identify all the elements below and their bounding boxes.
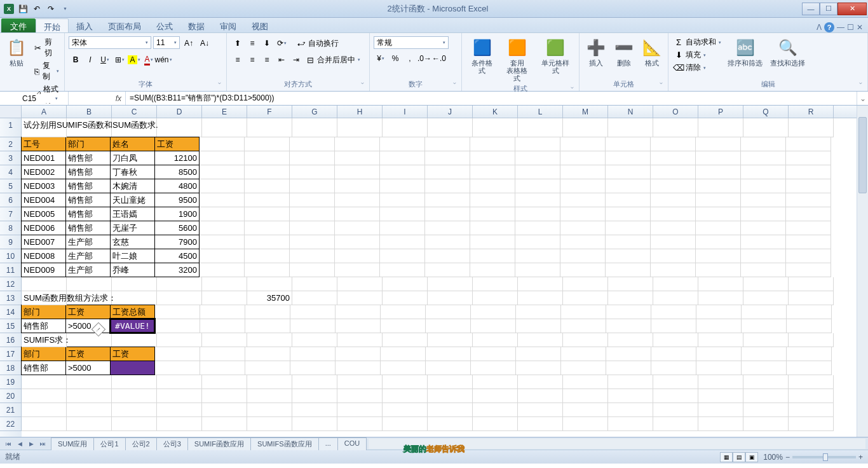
cell-O9[interactable] xyxy=(651,235,696,249)
cell-H17[interactable] xyxy=(336,347,381,361)
cell-K15[interactable] xyxy=(471,319,516,333)
cell-M22[interactable] xyxy=(563,417,608,431)
cell-M18[interactable] xyxy=(561,361,606,375)
cell-P14[interactable] xyxy=(696,305,742,319)
cell-E7[interactable] xyxy=(200,207,245,221)
cell-O18[interactable] xyxy=(651,361,696,375)
cell-C21[interactable] xyxy=(112,403,157,417)
cell-E21[interactable] xyxy=(202,403,247,417)
cell-P21[interactable] xyxy=(698,403,743,417)
cell-A11[interactable]: NED009 xyxy=(21,263,66,277)
border-button[interactable]: ⊞▾ xyxy=(112,53,126,67)
cell-M7[interactable] xyxy=(560,207,606,221)
vertical-scrollbar[interactable] xyxy=(857,106,868,437)
row-header-16[interactable]: 16 xyxy=(0,333,22,347)
sheet-next-button[interactable]: ▶ xyxy=(25,439,37,449)
cell-M17[interactable] xyxy=(561,347,606,361)
cell-R13[interactable] xyxy=(789,291,834,305)
sheet-prev-button[interactable]: ◀ xyxy=(14,439,25,449)
cell-D18[interactable] xyxy=(155,361,200,375)
cell-M12[interactable] xyxy=(563,277,608,291)
sheet-tab-0[interactable]: SUM应用 xyxy=(51,437,94,450)
cell-A8[interactable]: NED006 xyxy=(21,221,66,235)
cell-F14[interactable] xyxy=(245,305,290,319)
cell-I8[interactable] xyxy=(380,221,425,235)
italic-button[interactable]: I xyxy=(83,53,97,67)
cell-R10[interactable] xyxy=(786,249,831,263)
cell-I17[interactable] xyxy=(381,347,426,361)
horizontal-scrollbar[interactable] xyxy=(369,439,865,449)
cell-G9[interactable] xyxy=(290,235,335,249)
cell-B22[interactable] xyxy=(67,417,112,431)
cell-style-button[interactable]: 🟩单元格样式 xyxy=(536,36,575,76)
shrink-font-button[interactable]: A↓ xyxy=(198,36,212,50)
cell-K7[interactable] xyxy=(470,207,515,221)
cell-B6[interactable]: 销售部 xyxy=(65,193,111,207)
cell-C6[interactable]: 天山童姥 xyxy=(110,193,155,207)
cell-M9[interactable] xyxy=(560,235,606,249)
cell-A18[interactable]: 销售部 xyxy=(21,361,66,375)
cell-C3[interactable]: 刀白凤 xyxy=(110,151,155,165)
cell-K2[interactable] xyxy=(470,137,515,151)
cell-P18[interactable] xyxy=(696,361,742,375)
cell-E18[interactable] xyxy=(200,361,245,375)
cell-L5[interactable] xyxy=(515,179,560,193)
row-header-21[interactable]: 21 xyxy=(0,403,22,417)
cell-P13[interactable] xyxy=(698,291,743,305)
cell-N18[interactable] xyxy=(606,361,651,375)
page-break-button[interactable]: ▣ xyxy=(745,452,758,462)
cell-A12[interactable] xyxy=(22,277,67,291)
cell-N17[interactable] xyxy=(606,347,651,361)
cell-P11[interactable] xyxy=(696,263,741,277)
cell-F19[interactable] xyxy=(247,375,292,389)
cell-A3[interactable]: NED001 xyxy=(21,151,66,165)
cell-N22[interactable] xyxy=(608,417,653,431)
zoom-in-button[interactable]: + xyxy=(858,453,863,462)
select-all-corner[interactable] xyxy=(0,106,22,118)
row-header-5[interactable]: 5 xyxy=(0,179,22,193)
row-header-15[interactable]: 15 xyxy=(0,319,22,333)
cell-C19[interactable] xyxy=(112,375,157,389)
minimize-button[interactable]: — xyxy=(802,3,820,15)
cell-Q16[interactable] xyxy=(743,333,789,347)
cell-B3[interactable]: 销售部 xyxy=(65,151,111,165)
align-bottom-button[interactable]: ⬇ xyxy=(260,36,274,50)
cell-H22[interactable] xyxy=(337,417,383,431)
fill-button[interactable]: ⬇填充▾ xyxy=(672,49,722,61)
cell-C4[interactable]: 丁春秋 xyxy=(110,165,155,179)
cell-F22[interactable] xyxy=(247,417,292,431)
cell-K22[interactable] xyxy=(473,417,518,431)
cell-I16[interactable] xyxy=(383,333,428,347)
cell-E3[interactable] xyxy=(200,151,245,165)
col-header-B[interactable]: B xyxy=(67,106,112,118)
cell-N4[interactable] xyxy=(606,165,651,179)
cell-A4[interactable]: NED002 xyxy=(21,165,66,179)
sort-filter-button[interactable]: 🔤排序和筛选 xyxy=(725,36,765,68)
cell-O3[interactable] xyxy=(651,151,696,165)
cell-F21[interactable] xyxy=(247,403,292,417)
cell-D21[interactable] xyxy=(157,403,202,417)
cell-A9[interactable]: NED007 xyxy=(21,235,66,249)
cell-H8[interactable] xyxy=(335,221,380,235)
cell-F5[interactable] xyxy=(245,179,290,193)
fill-color-button[interactable]: A▾ xyxy=(127,53,141,67)
cell-F11[interactable] xyxy=(245,263,290,277)
cell-M13[interactable] xyxy=(563,291,608,305)
cell-N15[interactable] xyxy=(606,319,651,333)
cell-D19[interactable] xyxy=(157,375,202,389)
cell-C12[interactable] xyxy=(112,277,157,291)
col-header-G[interactable]: G xyxy=(292,106,337,118)
cell-I11[interactable] xyxy=(380,263,425,277)
cell-G6[interactable] xyxy=(290,193,335,207)
cell-F3[interactable] xyxy=(245,151,290,165)
redo-button[interactable]: ↷ xyxy=(44,3,57,15)
cell-C16[interactable] xyxy=(112,333,157,347)
cell-O13[interactable] xyxy=(653,291,698,305)
cell-P3[interactable] xyxy=(696,151,741,165)
cell-R15[interactable] xyxy=(787,319,832,333)
cond-format-button[interactable]: 🟦条件格式 xyxy=(466,36,498,76)
inc-decimal-button[interactable]: .0→ xyxy=(417,52,431,65)
cell-I20[interactable] xyxy=(383,389,428,403)
cell-C15[interactable]: #VALUE! xyxy=(110,319,155,333)
cell-B21[interactable] xyxy=(67,403,112,417)
